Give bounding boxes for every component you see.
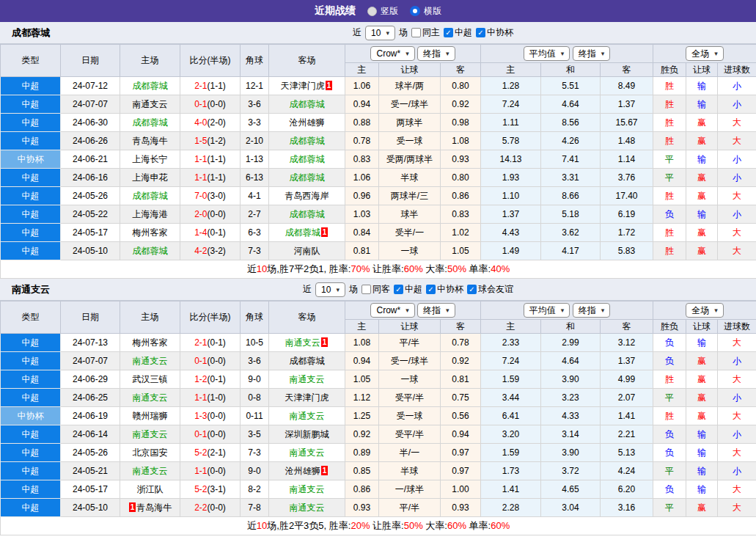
league-type-cell: 中超 xyxy=(1,205,61,224)
handicap-away-odds-cell: 1.02 xyxy=(441,224,481,242)
handicap-final-select[interactable]: 终指▾ xyxy=(417,46,455,61)
win-lose-result-cell: 胜 xyxy=(653,187,686,205)
team-name-text: 南通支云 xyxy=(290,502,325,513)
halftime-score: (1-1) xyxy=(208,154,226,164)
corners-cell: 0-8 xyxy=(241,389,269,407)
handicap-line-cell: 受两/两球半 xyxy=(379,150,441,169)
europe-home-odds-cell: 1.37 xyxy=(481,205,541,224)
home-team-cell: 成都蓉城 xyxy=(120,187,180,205)
date-cell: 24-07-12 xyxy=(61,77,120,95)
checkbox-checked-icon: ✓ xyxy=(444,28,453,37)
layout-radio-vertical[interactable]: 竖版 xyxy=(367,5,398,18)
goals-result-cell: 大 xyxy=(718,444,756,462)
filter-checkbox-中超[interactable]: ✓中超 xyxy=(444,26,472,39)
recent-count-select[interactable]: 10▾ xyxy=(315,282,345,297)
recent-count-select[interactable]: 10▾ xyxy=(365,26,395,40)
europe-home-odds-cell: 1.41 xyxy=(481,480,541,499)
filter-checkbox-中协杯[interactable]: ✓中协杯 xyxy=(426,283,463,296)
handicap-result-cell: 赢 xyxy=(686,242,718,260)
handicap-line-cell: 球半 xyxy=(379,205,441,224)
home-team-cell: 南通支云 xyxy=(120,95,180,114)
handicap-final-select[interactable]: 终指▾ xyxy=(417,303,455,318)
date-cell: 24-06-25 xyxy=(61,389,120,407)
team-name-text: 上海长宁 xyxy=(133,154,168,164)
win-lose-result-cell: 负 xyxy=(653,205,686,224)
away-team-cell: 沧州雄狮1 xyxy=(269,462,345,480)
date-cell: 24-05-17 xyxy=(61,224,120,242)
handicap-result-cell: 赢 xyxy=(686,187,718,205)
date-cell: 24-05-26 xyxy=(61,187,120,205)
halftime-score: (0-0) xyxy=(208,502,226,513)
europe-average-select[interactable]: 平均值▾ xyxy=(524,303,570,318)
europe-away-odds-cell: 5.83 xyxy=(601,242,653,260)
bookmaker-select[interactable]: Crow*▾ xyxy=(370,46,414,61)
team-name-text: 成都蓉城 xyxy=(133,191,168,201)
europe-final-select[interactable]: 终指▾ xyxy=(573,46,611,61)
filter-checkbox-中超[interactable]: ✓中超 xyxy=(394,283,422,296)
league-type-cell: 中超 xyxy=(1,444,61,462)
filter-checkbox-同客[interactable]: 同客 xyxy=(362,283,390,296)
away-team-cell: 深圳新鹏城 xyxy=(269,425,345,444)
home-team-cell: 赣州瑞狮 xyxy=(120,407,180,425)
match-filter: 近10▾场同客✓中超✓中协杯✓球会友谊 xyxy=(303,282,513,297)
fulltime-score: 2-1 xyxy=(194,81,207,91)
header-select-row: 类型日期主场比分(半场)角球客场Crow*▾ 终指▾平均值▾ 终指▾全场▾ xyxy=(1,301,756,320)
team-name-text: 南通支云 xyxy=(285,337,320,348)
handicap-away-odds-cell: 0.92 xyxy=(441,352,481,370)
sub-column-header-3: 主 xyxy=(481,320,541,334)
handicap-line-cell: 一球 xyxy=(379,242,441,260)
handicap-home-odds-cell: 0.83 xyxy=(345,150,379,169)
europe-final-select[interactable]: 终指▾ xyxy=(573,303,611,318)
handicap-line-cell: 半/一 xyxy=(379,444,441,462)
team-name-text: 成都蓉城 xyxy=(290,209,325,219)
checkbox-checked-icon: ✓ xyxy=(467,285,477,294)
summary-row: 近10场,胜7平2负1, 胜率:70% 让胜率:60% 大率:50% 单率:40… xyxy=(1,260,756,279)
handicap-home-odds-cell: 0.84 xyxy=(345,224,379,242)
europe-home-odds-cell: 4.43 xyxy=(481,224,541,242)
europe-home-odds-cell: 1.59 xyxy=(481,370,541,389)
filter-checkbox-球会友谊[interactable]: ✓球会友谊 xyxy=(467,283,513,296)
section-team-name: 南通支云 xyxy=(0,283,50,296)
handicap-home-odds-cell: 0.86 xyxy=(345,480,379,499)
goals-result-cell: 大 xyxy=(718,114,756,132)
filter-checkbox-同主[interactable]: 同主 xyxy=(411,26,440,39)
scope-select[interactable]: 全场▾ xyxy=(686,46,724,61)
handicap-away-odds-cell: 0.94 xyxy=(441,425,481,444)
sub-column-header-6: 胜负 xyxy=(653,320,686,334)
select-value: 10 xyxy=(371,27,381,39)
win-lose-result-cell: 平 xyxy=(653,169,686,187)
scope-select[interactable]: 全场▾ xyxy=(686,303,724,318)
league-type-cell: 中超 xyxy=(1,334,61,352)
europe-odds-group: 平均值▾ 终指▾ xyxy=(481,301,653,320)
filter-checkbox-中协杯[interactable]: ✓中协杯 xyxy=(476,26,513,39)
score-cell: 2-1(0-1) xyxy=(180,334,241,352)
handicap-line-cell: 一球 xyxy=(379,370,441,389)
europe-average-select[interactable]: 平均值▾ xyxy=(524,46,570,61)
home-team-cell: 成都蓉城 xyxy=(120,114,180,132)
checkbox-unchecked-icon xyxy=(362,285,371,294)
corners-cell: 1-13 xyxy=(241,150,269,169)
corners-cell: 3-5 xyxy=(241,425,269,444)
bookmaker-select[interactable]: Crow*▾ xyxy=(370,303,414,318)
score-cell: 1-4(0-1) xyxy=(180,224,241,242)
europe-home-odds-cell: 1.59 xyxy=(481,444,541,462)
section-team-name: 成都蓉城 xyxy=(0,26,50,40)
score-cell: 4-0(2-0) xyxy=(180,114,241,132)
handicap-away-odds-cell: 0.97 xyxy=(441,444,481,462)
handicap-away-odds-cell: 0.86 xyxy=(441,187,481,205)
handicap-result-cell: 输 xyxy=(686,205,718,224)
sub-column-header-7: 让球 xyxy=(686,320,718,334)
summary-segment: 近 xyxy=(247,520,257,531)
handicap-home-odds-cell: 0.94 xyxy=(345,95,379,114)
column-header-2: 主场 xyxy=(120,45,180,77)
handicap-line-cell: 两球半/三 xyxy=(379,187,441,205)
handicap-home-odds-cell: 1.05 xyxy=(345,370,379,389)
corners-cell: 4-1 xyxy=(241,187,269,205)
handicap-line-cell: 受一/球半 xyxy=(379,352,441,370)
layout-radio-horizontal[interactable]: 横版 xyxy=(410,5,441,18)
europe-away-odds-cell: 3.76 xyxy=(601,169,653,187)
handicap-home-odds-cell: 1.08 xyxy=(345,334,379,352)
handicap-line-cell: 受平/半 xyxy=(379,389,441,407)
handicap-result-cell: 赢 xyxy=(686,370,718,389)
table-row: 中超24-06-26青岛海牛1-5(1-2)2-10成都蓉城0.78受一球1.0… xyxy=(1,132,756,150)
